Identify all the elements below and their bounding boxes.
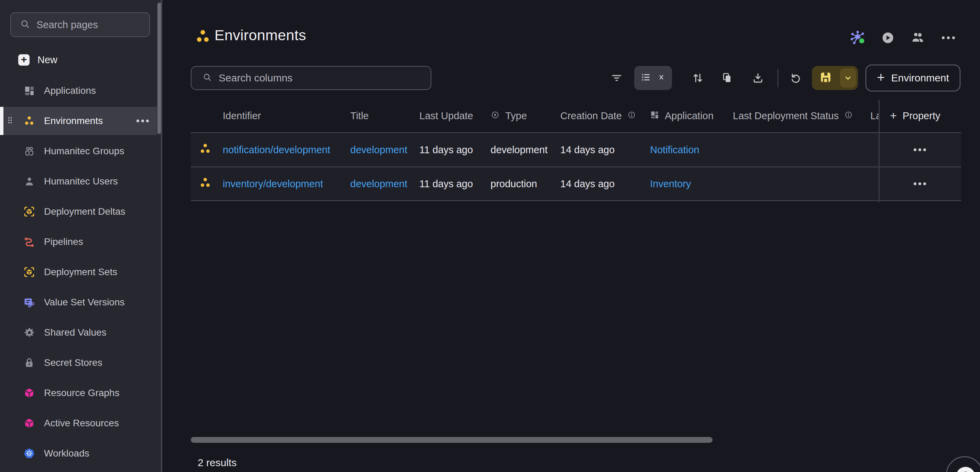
filter-button[interactable]: [610, 71, 624, 85]
apps-grid-icon: [23, 85, 35, 97]
add-environment-button[interactable]: + Environment: [865, 65, 960, 91]
row-actions-button[interactable]: [910, 179, 929, 189]
sidebar-item-humanitec-groups[interactable]: Humanitec Groups: [0, 136, 161, 166]
column-header-title[interactable]: Title: [350, 100, 419, 132]
search-icon: [202, 73, 212, 83]
drag-handle-icon[interactable]: [7, 116, 13, 126]
sidebar: + New Applications Environments: [0, 0, 161, 472]
environments-more-button[interactable]: [137, 119, 149, 122]
identifier-link[interactable]: notification/development: [223, 144, 330, 156]
environment-dots-icon: [194, 28, 211, 46]
info-icon[interactable]: [844, 110, 853, 122]
sidebar-item-secret-stores[interactable]: Secret Stores: [0, 348, 161, 378]
ellipsis-icon: [942, 37, 955, 39]
user-icon: [23, 176, 35, 187]
sidebar-item-active-resources[interactable]: Active Resources: [0, 408, 161, 438]
members-button[interactable]: [910, 30, 926, 46]
sidebar-item-label: Resource Graphs: [44, 388, 119, 399]
sidebar-search[interactable]: [10, 13, 150, 37]
sidebar-item-label: Pipelines: [44, 236, 83, 247]
sidebar-item-label: Value Set Versions: [44, 297, 125, 308]
network-graph-button[interactable]: [850, 30, 866, 46]
application-link[interactable]: Inventory: [650, 178, 691, 190]
plus-icon: +: [890, 110, 897, 122]
application-link[interactable]: Notification: [650, 144, 699, 156]
table-row[interactable]: notification/development development 11 …: [191, 132, 961, 167]
add-property-button[interactable]: + Property: [878, 100, 961, 132]
column-label: Last Update: [419, 110, 473, 122]
environment-dots-icon: [23, 115, 35, 127]
sort-button[interactable]: [691, 71, 705, 85]
gear-icon: [23, 327, 35, 339]
groups-icon: [23, 145, 35, 157]
environments-table: Identifier Title Last Update Type Creati…: [191, 100, 961, 201]
sidebar-item-label: Secret Stores: [44, 357, 102, 368]
header-actions: [850, 30, 957, 46]
application-grid-icon: [650, 110, 659, 122]
sidebar-item-resource-graphs[interactable]: Resource Graphs: [0, 378, 161, 408]
toolbar-divider: [778, 69, 778, 87]
play-button[interactable]: [880, 30, 896, 46]
sidebar-item-label: Humanitec Groups: [44, 146, 124, 157]
sidebar-item-label: Deployment Deltas: [44, 206, 126, 217]
column-header-creation-date[interactable]: Creation Date: [560, 100, 650, 132]
sidebar-item-pipelines[interactable]: Pipelines: [0, 227, 161, 257]
pipeline-icon: [23, 236, 35, 248]
sidebar-item-label: Shared Values: [44, 327, 107, 338]
row-actions-cell: [878, 133, 961, 167]
column-header-last-deployment-status[interactable]: Last Deployment Status: [733, 100, 870, 132]
more-options-button[interactable]: [940, 30, 957, 46]
sidebar-item-deployment-deltas[interactable]: Deployment Deltas: [0, 197, 161, 227]
identifier-link[interactable]: inventory/development: [223, 178, 323, 190]
view-list-button[interactable]: [634, 66, 672, 90]
copy-button[interactable]: [720, 71, 734, 85]
sidebar-item-value-set-versions[interactable]: Value Set Versions: [0, 287, 161, 318]
column-header-type[interactable]: Type: [490, 100, 560, 132]
sidebar-item-humanitec-users[interactable]: Humanitec Users: [0, 166, 161, 197]
sidebar-item-label: Environments: [44, 115, 103, 126]
main-content: Environments: [162, 0, 980, 472]
sidebar-item-workloads[interactable]: Workloads: [0, 438, 161, 469]
type-cell: production: [490, 178, 560, 190]
pinned-column-divider[interactable]: [878, 100, 880, 202]
sidebar-item-label: Active Resources: [44, 418, 119, 429]
new-button[interactable]: + New: [18, 50, 57, 69]
sidebar-search-input[interactable]: [37, 19, 140, 30]
table-horizontal-scrollbar-thumb[interactable]: [191, 437, 713, 443]
save-button[interactable]: [812, 66, 858, 90]
info-icon[interactable]: [627, 110, 636, 122]
table-row[interactable]: inventory/development development 11 day…: [191, 167, 961, 201]
add-environment-label: Environment: [891, 72, 949, 84]
save-dropdown-button[interactable]: [840, 68, 856, 87]
undo-button[interactable]: [789, 71, 803, 85]
column-header-application[interactable]: Application: [650, 100, 733, 132]
active-item-indicator: [0, 107, 3, 135]
column-label: Creation Date: [560, 110, 622, 122]
cube-scan-icon: [23, 206, 35, 218]
download-button[interactable]: [751, 71, 765, 85]
column-header-last-update[interactable]: Last Update: [419, 100, 490, 132]
environment-dots-icon: [198, 142, 212, 158]
sidebar-scrollbar-thumb[interactable]: [158, 3, 161, 134]
columns-search[interactable]: [191, 66, 431, 90]
column-header-truncated[interactable]: La: [870, 100, 878, 132]
column-header-identifier[interactable]: Identifier: [223, 100, 350, 132]
cube-icon: [23, 387, 35, 399]
sidebar-item-environments[interactable]: Environments: [0, 107, 157, 135]
sidebar-item-deployment-sets[interactable]: Deployment Sets: [0, 257, 161, 287]
cube-icon: [23, 417, 35, 429]
creation-date-cell: 14 days ago: [560, 144, 650, 156]
row-actions-button[interactable]: [910, 145, 929, 154]
columns-search-input[interactable]: [219, 72, 420, 84]
clear-view-x-icon[interactable]: [656, 72, 667, 84]
radio-target-icon: [490, 110, 500, 122]
title-link[interactable]: development: [350, 178, 407, 190]
help-button[interactable]: ?: [946, 456, 980, 472]
cube-scan-icon: [23, 266, 35, 278]
sidebar-item-applications[interactable]: Applications: [0, 76, 161, 106]
results-count: 2 results: [198, 457, 237, 469]
title-link[interactable]: development: [350, 144, 407, 156]
list-view-icon: [640, 71, 653, 85]
column-label: Type: [505, 110, 527, 122]
sidebar-item-shared-values[interactable]: Shared Values: [0, 318, 161, 348]
